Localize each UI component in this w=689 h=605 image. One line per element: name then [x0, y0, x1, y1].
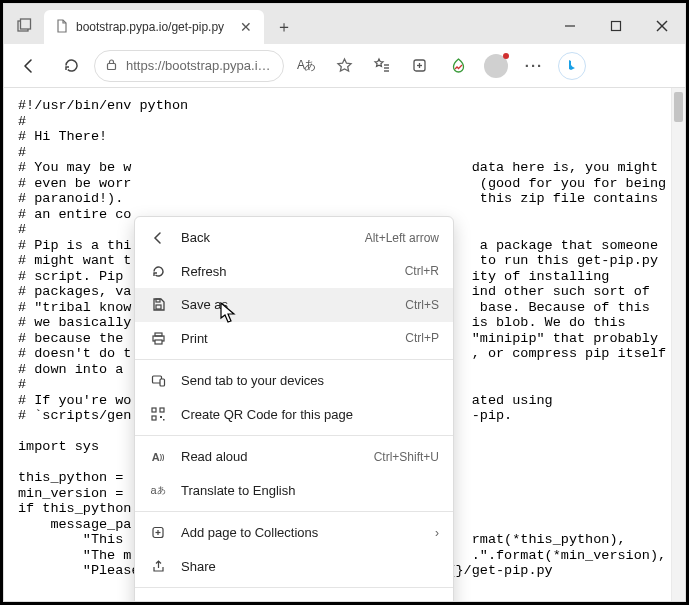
favorite-star-button[interactable] — [326, 48, 362, 84]
tab-close-button[interactable]: ✕ — [236, 19, 256, 35]
menu-web-capture[interactable]: Web capture Ctrl+Shift+S — [135, 592, 453, 601]
menu-refresh[interactable]: Refresh Ctrl+R — [135, 255, 453, 289]
browser-tab[interactable]: bootstrap.pypa.io/get-pip.py ✕ — [44, 10, 264, 44]
svg-rect-23 — [160, 416, 162, 418]
refresh-icon — [149, 264, 167, 279]
menu-separator — [135, 511, 453, 512]
svg-rect-20 — [152, 408, 156, 412]
devices-icon — [149, 373, 167, 388]
bing-icon — [558, 52, 586, 80]
save-icon — [149, 297, 167, 312]
menu-separator — [135, 359, 453, 360]
menu-translate[interactable]: aあ Translate to English — [135, 474, 453, 508]
chevron-right-icon: › — [435, 526, 439, 540]
svg-rect-1 — [21, 19, 31, 29]
svg-rect-24 — [163, 419, 165, 421]
svg-rect-19 — [160, 379, 165, 386]
maximize-button[interactable] — [593, 8, 639, 44]
address-bar-row: https://bootstrap.pypa.i… Aあ ··· — [4, 44, 685, 88]
more-menu-button[interactable]: ··· — [516, 48, 552, 84]
read-aloud-icon: A)) — [149, 451, 167, 463]
share-icon — [149, 559, 167, 574]
menu-add-collections[interactable]: Add page to Collections › — [135, 516, 453, 550]
svg-rect-13 — [156, 305, 161, 309]
svg-rect-22 — [152, 416, 156, 420]
context-menu: Back Alt+Left arrow Refresh Ctrl+R Save … — [134, 216, 454, 601]
nav-refresh-button[interactable] — [52, 48, 90, 84]
bing-chat-button[interactable] — [554, 48, 590, 84]
lock-icon — [105, 58, 118, 74]
close-window-button[interactable] — [639, 8, 685, 44]
avatar-icon — [484, 54, 508, 78]
svg-rect-3 — [612, 22, 621, 31]
menu-send-tab[interactable]: Send tab to your devices — [135, 364, 453, 398]
performance-button[interactable] — [440, 48, 476, 84]
profile-button[interactable] — [478, 48, 514, 84]
vertical-scrollbar[interactable] — [671, 88, 685, 601]
menu-print[interactable]: Print Ctrl+P — [135, 322, 453, 356]
scrollbar-thumb[interactable] — [674, 92, 683, 122]
menu-back[interactable]: Back Alt+Left arrow — [135, 221, 453, 255]
menu-qr-code[interactable]: Create QR Code for this page — [135, 398, 453, 432]
collections-button[interactable] — [402, 48, 438, 84]
new-tab-button[interactable]: ＋ — [264, 10, 304, 44]
menu-save-as[interactable]: Save as Ctrl+S — [135, 288, 453, 322]
address-bar[interactable]: https://bootstrap.pypa.i… — [94, 50, 284, 82]
tab-title: bootstrap.pypa.io/get-pip.py — [76, 20, 230, 34]
titlebar: bootstrap.pypa.io/get-pip.py ✕ ＋ — [4, 4, 685, 44]
minimize-button[interactable] — [547, 8, 593, 44]
tab-actions-button[interactable] — [4, 8, 44, 44]
url-text: https://bootstrap.pypa.i… — [126, 58, 273, 73]
qr-icon — [149, 407, 167, 421]
window-controls — [547, 8, 685, 44]
translate-icon: aあ — [149, 484, 167, 497]
collections-add-icon — [149, 525, 167, 540]
reader-mode-button[interactable]: Aあ — [288, 48, 324, 84]
svg-rect-14 — [156, 299, 160, 302]
menu-separator — [135, 435, 453, 436]
favorites-list-button[interactable] — [364, 48, 400, 84]
menu-read-aloud[interactable]: A)) Read aloud Ctrl+Shift+U — [135, 440, 453, 474]
menu-separator — [135, 587, 453, 588]
print-icon — [149, 331, 167, 346]
browser-window: bootstrap.pypa.io/get-pip.py ✕ ＋ — [3, 3, 686, 602]
svg-rect-6 — [108, 63, 116, 69]
file-icon — [54, 19, 70, 36]
back-arrow-icon — [149, 230, 167, 246]
menu-share[interactable]: Share — [135, 550, 453, 584]
page-content: #!/usr/bin/env python # # Hi There! # # … — [4, 88, 685, 601]
svg-rect-21 — [160, 408, 164, 412]
nav-back-button[interactable] — [10, 48, 48, 84]
svg-rect-17 — [155, 340, 162, 344]
